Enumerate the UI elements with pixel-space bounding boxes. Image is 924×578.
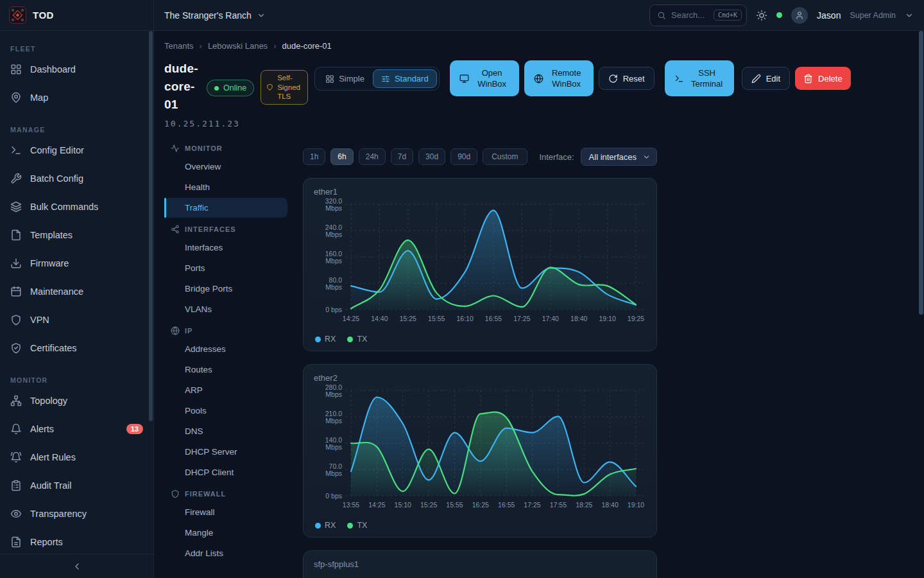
sidebar-item-topology[interactable]: Topology [0,387,153,415]
svg-text:Mbps: Mbps [325,204,342,212]
logo-row: TOD [0,0,153,31]
sidebar-item-dashboard[interactable]: Dashboard [0,55,153,83]
range-24h[interactable]: 24h [359,148,386,165]
sidebar-item-reports[interactable]: Reports [0,528,153,556]
reset-button[interactable]: Reset [599,67,654,90]
remote-winbox-button[interactable]: Remote WinBox [524,60,594,96]
subnav-item-addresses[interactable]: Addresses [164,339,287,359]
trash-icon [803,74,813,83]
view-mode-standard[interactable]: Standard [373,69,437,88]
app-logo-icon [9,6,26,24]
svg-text:14:25: 14:25 [368,501,385,509]
breadcrumb-tenants[interactable]: Tenants [164,41,194,51]
page-scrollbar[interactable] [919,31,923,315]
subnav-item-arp[interactable]: ARP [164,380,287,400]
file-text-icon [10,536,22,548]
subnav-item-bridge-ports[interactable]: Bridge Ports [164,279,287,299]
chevron-left-icon [72,561,82,572]
range-7d[interactable]: 7d [391,148,413,165]
range-custom[interactable]: Custom [483,148,527,165]
sidebar-item-label: Alerts [30,424,54,434]
sidebar-item-vpn[interactable]: VPN [0,306,153,334]
content: Tenants › Lebowski Lanes › dude-core-01 … [154,31,924,578]
sidebar-item-firmware[interactable]: Firmware [0,249,153,277]
interface-select[interactable]: All interfaces [581,148,657,166]
breadcrumb-tenant[interactable]: Lebowski Lanes [208,41,268,51]
sidebar-collapse-button[interactable] [0,554,153,578]
clipboard-icon [10,480,22,491]
subnav-item-traffic[interactable]: Traffic [164,198,287,218]
open-winbox-button[interactable]: Open WinBox [450,60,519,96]
topbar: The Stranger's Ranch Search... Cmd+K Jas… [154,0,924,31]
device-subnav: MONITOR Overview Health Traffic INTERFAC… [164,137,287,578]
sidebar-item-batch-config[interactable]: Batch Config [0,164,153,193]
subnav-item-vlans[interactable]: VLANs [164,299,287,319]
range-6h[interactable]: 6h [330,148,353,165]
search-input[interactable]: Search... Cmd+K [649,4,747,26]
subnav-item-addr-lists[interactable]: Addr Lists [164,543,287,563]
range-90d[interactable]: 90d [450,148,477,165]
edit-button[interactable]: Edit [742,67,790,90]
sidebar-item-alert-rules[interactable]: Alert Rules [0,443,153,471]
subnav-item-pools[interactable]: Pools [164,401,287,421]
range-30d[interactable]: 30d [418,148,445,165]
device-ident: dude-core-01 10.25.211.23 [164,60,200,128]
subnav-item-interfaces[interactable]: Interfaces [164,238,287,258]
globe-icon [171,326,180,335]
chevron-down-icon [905,11,914,20]
shield-icon [266,83,273,91]
subnav-item-ports[interactable]: Ports [164,258,287,278]
ether1-chart-card: ether1 320.0Mbps240.0Mbps160.0Mbps80.0Mb… [303,178,657,351]
svg-text:16:55: 16:55 [498,501,515,509]
sidebar-item-transparency[interactable]: Transparency [0,500,153,528]
svg-text:15:55: 15:55 [428,315,445,322]
svg-text:19:25: 19:25 [628,315,644,322]
subnav-item-dns[interactable]: DNS [164,421,287,441]
sidebar-item-map[interactable]: Map [0,83,153,112]
tenant-name: The Stranger's Ranch [164,10,252,21]
svg-text:Mbps: Mbps [325,417,342,425]
subnav-item-overview[interactable]: Overview [164,157,287,177]
sidebar-item-templates[interactable]: Templates [0,221,153,249]
svg-text:17:55: 17:55 [550,501,567,509]
svg-text:Mbps: Mbps [325,231,342,238]
subnav-item-dhcp-server[interactable]: DHCP Server [164,442,287,462]
subnav-item-firewall[interactable]: Firewall [164,502,287,522]
status-badge: Online [207,80,254,96]
shield-check-icon [10,342,22,354]
sidebar-item-alerts[interactable]: Alerts 13 [0,415,153,443]
button-label: Edit [766,74,780,83]
subnav-item-routes[interactable]: Routes [164,360,287,380]
sidebar-item-certificates[interactable]: Certificates [0,334,153,362]
page-title: dude-core-01 [164,60,200,114]
sidebar-scrollbar[interactable] [149,31,153,421]
shield-icon [171,489,180,498]
avatar[interactable] [791,7,808,24]
button-label: SSH Terminal [690,67,724,89]
sidebar-item-bulk-commands[interactable]: Bulk Commands [0,193,153,221]
user-menu-toggle[interactable] [905,11,914,20]
sidebar-item-label: Certificates [30,343,77,353]
tenant-selector[interactable]: The Stranger's Ranch [164,10,266,21]
tx-dot-icon [347,337,353,342]
view-mode-segmented-control: Simple Standard [314,67,440,91]
svg-text:19:10: 19:10 [628,501,644,509]
sidebar-item-maintenance[interactable]: Maintenance [0,277,153,306]
sidebar-item-audit-trail[interactable]: Audit Trail [0,471,153,500]
refresh-icon [608,74,618,83]
ssh-terminal-button[interactable]: SSH Terminal [665,60,734,96]
subnav-item-mangle[interactable]: Mangle [164,523,287,543]
delete-button[interactable]: Delete [795,67,851,90]
device-header: dude-core-01 10.25.211.23 Online Self-Si… [164,60,914,128]
subnav-item-dhcp-client[interactable]: DHCP Client [164,462,287,482]
theme-toggle-sun-icon[interactable] [756,10,767,21]
range-1h[interactable]: 1h [303,148,325,165]
sidebar: TOD FLEET Dashboard Map MANAGE Config Ed… [0,0,154,578]
legend-label: TX [357,335,367,344]
subnav-item-health[interactable]: Health [164,177,287,197]
svg-text:Mbps: Mbps [325,257,342,265]
sidebar-item-config-editor[interactable]: Config Editor [0,136,153,164]
view-mode-simple[interactable]: Simple [317,69,373,88]
search-placeholder: Search... [671,10,708,20]
sfp-sfpplus1-chart-card: sfp-sfpplus1 [303,550,657,578]
